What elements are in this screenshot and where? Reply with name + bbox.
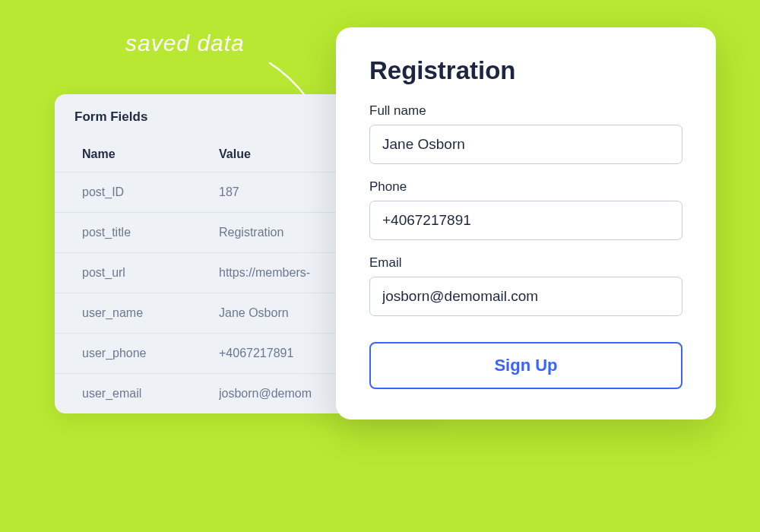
phone-label: Phone: [369, 179, 682, 195]
cell-name: user_phone: [82, 347, 219, 360]
email-input[interactable]: [369, 277, 682, 316]
email-label: Email: [369, 255, 682, 271]
form-title: Registration: [369, 56, 682, 85]
cell-name: post_title: [82, 226, 219, 239]
full-name-label: Full name: [369, 103, 682, 119]
phone-group: Phone: [369, 179, 682, 240]
table-header-name: Name: [82, 147, 219, 161]
cell-name: post_ID: [82, 185, 219, 199]
cell-name: post_url: [82, 266, 219, 280]
cell-name: user_email: [82, 387, 219, 401]
cell-name: user_name: [82, 306, 219, 320]
annotation-saved-data: saved data: [125, 30, 245, 56]
full-name-input[interactable]: [369, 125, 682, 164]
email-group: Email: [369, 255, 682, 316]
registration-form: Registration Full name Phone Email Sign …: [336, 27, 716, 420]
phone-input[interactable]: [369, 201, 682, 240]
full-name-group: Full name: [369, 103, 682, 164]
sign-up-button[interactable]: Sign Up: [369, 342, 682, 389]
